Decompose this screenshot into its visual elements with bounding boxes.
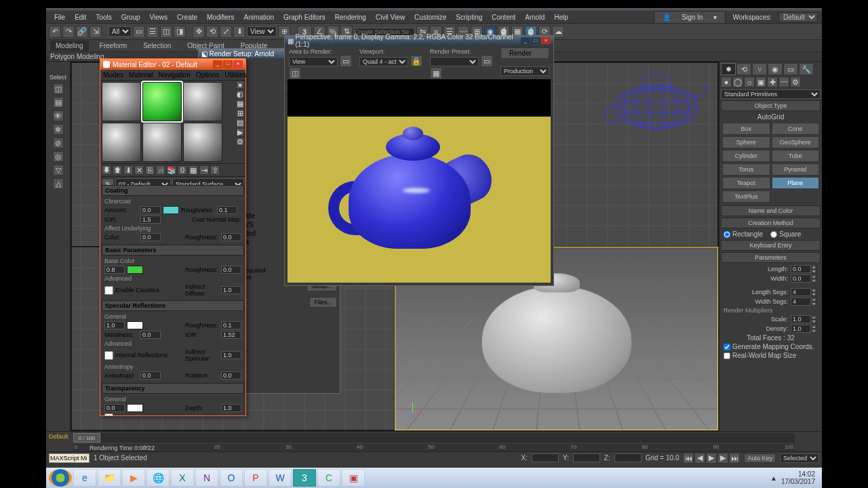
workspace-select[interactable]: Default: [778, 12, 818, 22]
menu-create[interactable]: Create: [173, 12, 201, 22]
prim-sphere[interactable]: Sphere: [722, 136, 770, 148]
rollout-transparency[interactable]: Transparency: [102, 383, 244, 394]
rw-close-icon[interactable]: ×: [541, 37, 551, 44]
menu-animation[interactable]: Animation: [240, 12, 278, 22]
rollout-coating[interactable]: Coating: [102, 185, 244, 196]
me-menu-utilities[interactable]: Utilities: [224, 71, 246, 79]
coat-amount-input[interactable]: [140, 206, 161, 214]
y-input[interactable]: [573, 453, 600, 462]
material-slot-4[interactable]: [142, 123, 182, 162]
indirect-diffuse-input[interactable]: [221, 286, 241, 294]
shapes-icon[interactable]: ◯: [732, 77, 743, 87]
autokey-button[interactable]: Auto Key: [744, 453, 776, 463]
window-crossing-icon[interactable]: ◨: [174, 26, 186, 38]
files-button[interactable]: Files...: [309, 297, 337, 308]
z-input[interactable]: [614, 453, 642, 462]
base-weight-input[interactable]: [104, 266, 125, 274]
metalness-input[interactable]: [140, 331, 161, 339]
depth-input[interactable]: [221, 404, 241, 412]
freeze-icon[interactable]: ❄: [53, 124, 64, 135]
scale-icon[interactable]: ⤢: [220, 26, 232, 38]
link-icon[interactable]: 🔗: [76, 26, 88, 38]
time-slider[interactable]: 0 / 100: [73, 433, 795, 443]
menu-group[interactable]: Group: [117, 12, 144, 22]
taskbar-app2-icon[interactable]: ▣: [342, 469, 365, 487]
me-menu-options[interactable]: Options: [196, 71, 219, 79]
keymode-select[interactable]: Selected: [780, 453, 819, 463]
play-icon[interactable]: ▶: [706, 453, 717, 464]
prim-pyramid[interactable]: Pyramid: [772, 163, 820, 176]
menu-arnold[interactable]: Arnold: [521, 12, 549, 22]
layer-icon[interactable]: ▤: [53, 97, 64, 108]
preset-select[interactable]: [430, 57, 479, 66]
rotation-input[interactable]: [221, 371, 241, 380]
ribbon-tab-freeform[interactable]: Freeform: [94, 41, 133, 51]
x-input[interactable]: [532, 453, 559, 462]
create-tab-icon[interactable]: ✸: [721, 63, 736, 75]
material-slot-0[interactable]: [102, 82, 141, 121]
next-frame-icon[interactable]: ▶: [717, 453, 728, 464]
menu-civilview[interactable]: Civil View: [372, 12, 409, 22]
rw-min-icon[interactable]: _: [521, 37, 530, 44]
width-input[interactable]: [791, 274, 811, 283]
get-material-icon[interactable]: 🡇: [102, 165, 111, 175]
lights-cat-icon[interactable]: ☼: [744, 77, 755, 87]
material-slot-3[interactable]: [102, 123, 141, 162]
trans-color-swatch[interactable]: [127, 404, 143, 412]
video-color-icon[interactable]: ▨: [236, 119, 244, 127]
spec-ior-input[interactable]: [221, 331, 241, 339]
maximize-icon[interactable]: □: [223, 60, 233, 68]
indirect-spec-input[interactable]: [221, 351, 241, 359]
material-editor-window[interactable]: Material Editor - 02 - Default _□× Modes…: [100, 58, 246, 416]
material-slot-1[interactable]: [142, 82, 182, 121]
rollout-keyboardentry[interactable]: Keyboard Entry: [721, 240, 821, 251]
geometry-icon[interactable]: ●: [721, 77, 732, 87]
prim-textplus[interactable]: TextPlus: [722, 190, 770, 203]
rendered-frame-window[interactable]: ▦ Perspective, frame 0, Display Gamma: 2…: [284, 35, 554, 286]
taskbar-app1-icon[interactable]: C: [317, 469, 340, 487]
rollout-creationmethod[interactable]: Creation Method: [721, 218, 821, 228]
prev-frame-icon[interactable]: ◀: [694, 453, 705, 464]
rollout-objecttype[interactable]: Object Type: [721, 100, 821, 111]
spec-rough-input[interactable]: [221, 321, 241, 329]
menu-edit[interactable]: Edit: [71, 12, 90, 22]
taskbar-powerpoint-icon[interactable]: P: [244, 469, 267, 487]
scale-input[interactable]: [791, 315, 811, 323]
caustics-check[interactable]: [104, 286, 113, 295]
autogrid-check[interactable]: AutoGrid: [724, 113, 818, 121]
show-map-icon[interactable]: ▦: [189, 165, 198, 175]
material-editor-title[interactable]: Material Editor - 02 - Default _□×: [100, 59, 245, 70]
ribbon-tab-selection[interactable]: Selection: [138, 41, 176, 51]
goto-start-icon[interactable]: ⏮: [683, 453, 694, 464]
backlight-icon[interactable]: ◐: [236, 90, 244, 98]
menu-file[interactable]: File: [50, 12, 69, 22]
ribbon-tab-modeling[interactable]: Modeling: [50, 41, 89, 51]
menu-modifiers[interactable]: Modifiers: [203, 12, 239, 22]
genmap-check[interactable]: [724, 344, 730, 350]
area-select[interactable]: View: [289, 57, 338, 66]
hide-icon[interactable]: ⊘: [53, 138, 64, 148]
ref-coord-select[interactable]: View: [247, 26, 277, 37]
isolate-icon[interactable]: ◎: [53, 151, 64, 162]
preset-a-icon[interactable]: ▭: [481, 55, 493, 67]
viewport-select[interactable]: Quad 4 - active: [359, 57, 408, 66]
redo-icon[interactable]: ↷: [62, 26, 75, 38]
square-radio[interactable]: [770, 231, 777, 238]
unlink-icon[interactable]: ⇲: [90, 26, 102, 38]
wseg-input[interactable]: [791, 298, 811, 306]
selection-filter[interactable]: All: [108, 26, 132, 37]
realworld-check[interactable]: [724, 352, 730, 359]
make-preview-icon[interactable]: ▶: [236, 128, 244, 136]
systems-icon[interactable]: ⚙: [790, 77, 801, 87]
display-icon[interactable]: 👁: [53, 110, 64, 121]
place-icon[interactable]: ⬇: [233, 26, 245, 38]
utilities-tab-icon[interactable]: 🔧: [799, 63, 814, 75]
menu-customize[interactable]: Customize: [410, 12, 450, 22]
menu-grapheditors[interactable]: Graph Editors: [279, 12, 330, 22]
prim-tube[interactable]: Tube: [772, 150, 820, 162]
prim-torus[interactable]: Torus: [722, 163, 770, 176]
goto-end-icon[interactable]: ⏭: [729, 453, 740, 464]
menu-scripting[interactable]: Scripting: [452, 12, 486, 22]
scene-explorer-icon[interactable]: ◫: [53, 83, 64, 94]
tray-flag-icon[interactable]: ▲: [770, 474, 777, 482]
